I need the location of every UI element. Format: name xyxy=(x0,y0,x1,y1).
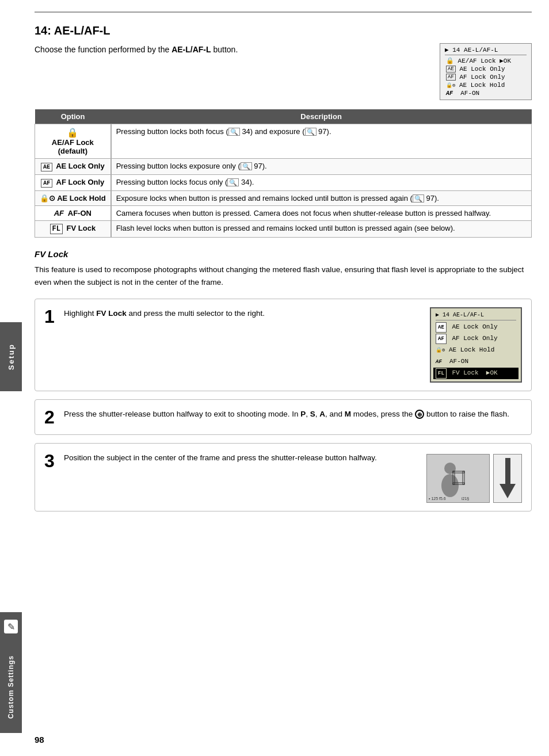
note-icon xyxy=(4,620,18,633)
step-3-row: 3 Position the subject in the center of … xyxy=(44,452,522,503)
intro-row: Choose the function performed by the AE-… xyxy=(35,43,532,100)
fv-lock-title: FV Lock xyxy=(35,249,532,259)
lcd-item: AE AE Lock Only xyxy=(436,322,516,333)
step-1-number: 1 xyxy=(44,307,58,326)
menu-item: AF AF-ON xyxy=(445,89,527,97)
table-row: 🔒 AE/AF Lock (default) Pressing button l… xyxy=(35,124,532,159)
af-text-option: AF xyxy=(54,209,64,217)
menu-item-label: AE/AF Lock ▶OK xyxy=(458,57,511,64)
table-row: 🔒⊙ AE Lock Hold Exposure locks when butt… xyxy=(35,191,532,206)
menu-title-row: ▶ 14 AE-L/AF-L xyxy=(445,46,527,55)
option-cell: AF AF Lock Only xyxy=(35,175,111,191)
ae-hold-lcd: 🔒⊙ xyxy=(436,346,445,354)
viewfinder-svg: • 125 f5.6 i21§ xyxy=(427,454,489,503)
step-3-box: 3 Position the subject in the center of … xyxy=(35,443,532,511)
table-row: AE AE Lock Only Pressing button locks ex… xyxy=(35,159,532,175)
custom-settings-label-text: Custom Settings xyxy=(7,655,15,719)
ae-icon-lcd: AE xyxy=(436,322,447,333)
m-bold: M xyxy=(345,410,351,418)
menu-item: 🔒⊙ AE Lock Hold xyxy=(445,81,527,89)
desc-cell: Pressing button locks both focus (🔍 34) … xyxy=(111,124,532,159)
arrow-svg xyxy=(495,455,521,501)
option-cell: FL FV Lock xyxy=(35,221,111,238)
lock-icon-small: 🔒 xyxy=(446,57,454,64)
af-text: AF xyxy=(446,90,453,97)
step-3-number: 3 xyxy=(44,452,58,470)
af-on-label: AF-ON xyxy=(68,209,92,217)
lcd-item: AF AF-ON xyxy=(436,356,516,368)
ae-hold-icons: 🔒⊙ xyxy=(40,194,55,203)
page-title: 14: AE-L/AF-L xyxy=(35,24,532,37)
menu-item: AE AE Lock Only xyxy=(445,65,527,73)
options-table: Option Description 🔒 AE/AF Lock (default… xyxy=(35,109,532,238)
step-3-content-row: Position the subject in the center of th… xyxy=(64,452,522,503)
ae-af-lock-icon: 🔒 xyxy=(67,128,78,138)
step-1-content-row: Highlight FV Lock and press the multi se… xyxy=(64,307,522,383)
svg-rect-0 xyxy=(427,454,489,503)
option-cell: 🔒⊙ AE Lock Hold xyxy=(35,191,111,206)
photo-viewfinder: • 125 f5.6 i21§ xyxy=(426,454,490,503)
camera-menu-top: ▶ 14 AE-L/AF-L 🔒 AE/AF Lock ▶OK AE AE Lo… xyxy=(440,43,532,100)
step-3-images: • 125 f5.6 i21§ xyxy=(426,454,522,503)
top-rule xyxy=(35,12,532,13)
option-cell: 🔒 AE/AF Lock (default) xyxy=(35,124,111,159)
ae-icon-box: AE xyxy=(41,163,52,171)
col-header-desc: Description xyxy=(111,109,532,124)
s-bold: S xyxy=(310,410,315,418)
photo-arrow xyxy=(493,454,522,503)
p-bold: P xyxy=(300,410,306,418)
option-cell: AF AF-ON xyxy=(35,206,111,221)
step-2-box: 2 Press the shutter-release button halfw… xyxy=(35,399,532,435)
step-2-row: 2 Press the shutter-release button halfw… xyxy=(44,408,522,426)
side-labels: Setup Custom Settings xyxy=(0,0,22,756)
table-row: AF AF Lock Only Pressing button locks fo… xyxy=(35,175,532,191)
lcd-item: 🔒⊙ AE Lock Hold xyxy=(436,345,516,356)
menu-title: 14 AE-L/AF-L xyxy=(449,47,498,54)
step3-img-group: • 125 f5.6 i21§ xyxy=(426,454,522,503)
desc-cell: Camera focuses when button is pressed. C… xyxy=(111,206,532,221)
lcd-item-selected: FL FV Lock ▶OK xyxy=(433,368,518,379)
lcd-step1: ▶ 14 AE-L/AF-L AE AE Lock Only AF AF Loc… xyxy=(430,307,522,383)
ae-af-lock-label: AE/AF Lock xyxy=(52,138,94,147)
ae-af-lock-sub: (default) xyxy=(58,147,87,155)
af-on-lcd: AF xyxy=(436,358,442,366)
a-bold: A xyxy=(319,410,325,418)
setup-label-text: Setup xyxy=(7,343,16,370)
desc-cell: Flash level locks when button is pressed… xyxy=(111,221,532,238)
ae-icon: AE xyxy=(446,66,456,72)
fv-lock-desc: This feature is used to recompose photog… xyxy=(35,264,532,289)
step-1-box: 1 Highlight FV Lock and press the multi … xyxy=(35,299,532,391)
menu-item: AF AF Lock Only xyxy=(445,73,527,81)
step-3-content: Position the subject in the center of th… xyxy=(64,452,522,503)
table-row: FL FV Lock Flash level locks when button… xyxy=(35,221,532,238)
option-cell: AE AE Lock Only xyxy=(35,159,111,175)
af-icon: AF xyxy=(446,74,456,81)
svg-point-2 xyxy=(441,474,459,497)
desc-cell: Exposure locks when button is pressed an… xyxy=(111,191,532,206)
intro-bold: AE-L/AF-L xyxy=(171,45,211,54)
fl-icon-lcd: FL xyxy=(436,368,447,379)
step-1-content: Highlight FV Lock and press the multi se… xyxy=(64,307,522,383)
lcd-triangle: ▶ xyxy=(436,311,439,320)
fl-icon-box: FL xyxy=(50,224,63,234)
step-1-row: 1 Highlight FV Lock and press the multi … xyxy=(44,307,522,383)
svg-rect-10 xyxy=(505,458,510,484)
custom-settings-tab: Custom Settings xyxy=(0,641,22,733)
table-row: AF AF-ON Camera focuses when button is p… xyxy=(35,206,532,221)
desc-cell: Pressing button locks exposure only (🔍 9… xyxy=(111,159,532,175)
lcd-item: AF AF Lock Only xyxy=(436,333,516,345)
fv-lock-label: FV Lock xyxy=(67,224,96,232)
menu-item: 🔒 AE/AF Lock ▶OK xyxy=(445,56,527,65)
af-icon-box: AF xyxy=(41,179,52,188)
svg-text:i21§: i21§ xyxy=(462,497,469,501)
desc-cell: Pressing button locks focus only (🔍 34). xyxy=(111,175,532,191)
flash-button-icon: ⊕ xyxy=(415,410,424,419)
fv-lock-bold: FV Lock xyxy=(96,309,127,318)
intro-text: Choose the function performed by the AE-… xyxy=(35,43,428,56)
setup-tab: Setup xyxy=(0,322,22,391)
ae-lock-hold-label: AE Lock Hold xyxy=(57,194,106,203)
step-2-number: 2 xyxy=(44,408,58,426)
main-content: 14: AE-L/AF-L Choose the function perfor… xyxy=(35,12,532,756)
step-1-text: Highlight FV Lock and press the multi se… xyxy=(64,307,421,320)
ae-hold-icon: 🔒⊙ xyxy=(446,82,455,89)
